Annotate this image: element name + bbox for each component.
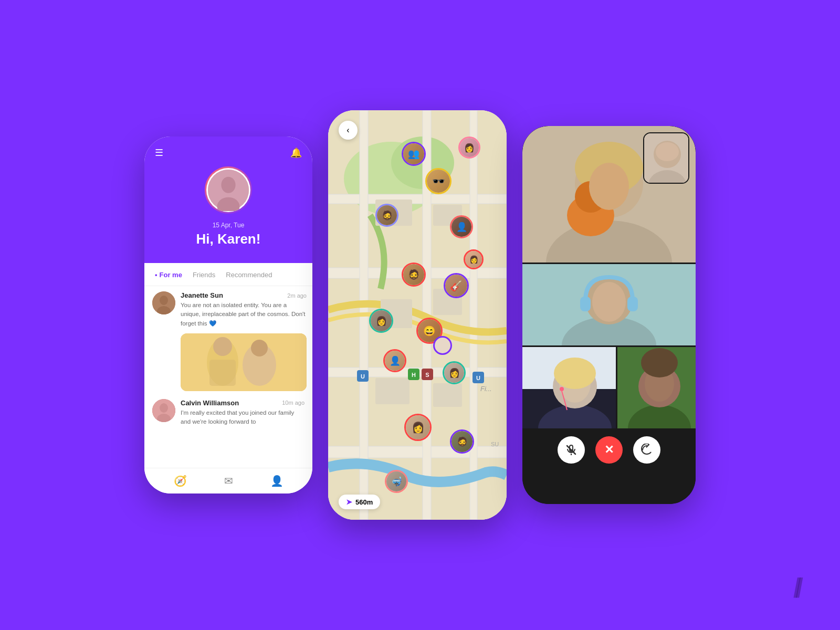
phone-3-video: ✕	[522, 126, 696, 504]
flip-camera-button[interactable]	[633, 436, 660, 464]
video-main-cell	[522, 126, 696, 262]
distance-arrow-icon: ➤	[346, 498, 352, 506]
phones-container: ☰ 🔔 15 Apr, Tue Hi, Karen! For	[123, 89, 717, 541]
map-pin-9[interactable]: 👩	[369, 309, 393, 333]
svg-rect-29	[375, 378, 410, 404]
map-pin-4[interactable]: 🧔	[375, 204, 398, 227]
feed-time-calvin: 10m ago	[282, 400, 304, 406]
feed-name-row-2: Calvin Williamson 10m ago	[181, 399, 304, 407]
nav-explore-icon[interactable]: 🧭	[174, 475, 187, 487]
feed-name-jeanette: Jeanette Sun	[181, 291, 223, 299]
svg-text:U: U	[476, 375, 480, 381]
phone-1-social: ☰ 🔔 15 Apr, Tue Hi, Karen! For	[144, 136, 312, 494]
video-cell-3a	[522, 347, 616, 428]
map-pin-16[interactable]: 🤿	[385, 470, 408, 493]
bottom-nav: 🧭 ✉ 👤	[144, 468, 312, 494]
svg-rect-55	[580, 297, 591, 311]
end-call-icon: ✕	[604, 443, 614, 457]
hamburger-icon[interactable]: ☰	[155, 147, 163, 159]
video-row3	[522, 347, 696, 428]
svg-rect-11	[209, 360, 236, 386]
map-pin-13[interactable]: 👩	[443, 361, 466, 384]
svg-text:H: H	[412, 372, 416, 378]
user-avatar[interactable]	[208, 170, 249, 211]
feed-info-jeanette: Jeanette Sun 2m ago You are not an isola…	[181, 291, 307, 391]
map-pin-6[interactable]: 👩	[464, 249, 484, 269]
feed-text-jeanette: You are not an isolated entity. You are …	[181, 301, 307, 328]
call-controls: ✕	[522, 428, 696, 471]
svg-point-8	[213, 337, 232, 356]
map-pin-1[interactable]: 👥	[402, 142, 426, 166]
nav-profile-icon[interactable]: 👤	[270, 475, 284, 487]
svg-point-57	[592, 282, 626, 322]
svg-rect-24	[470, 110, 477, 520]
tab-recommended[interactable]: Recommended	[226, 271, 272, 283]
svg-text:U: U	[361, 373, 365, 380]
svg-text:S: S	[425, 372, 429, 378]
svg-rect-56	[627, 297, 638, 311]
feed-avatar-calvin[interactable]	[152, 399, 175, 422]
greeting-text: Hi, Karen!	[155, 231, 302, 247]
svg-text:Fi...: Fi...	[480, 385, 492, 393]
map-pin-15[interactable]: 🧔	[450, 429, 474, 454]
svg-point-4	[160, 296, 168, 305]
map-pin-3[interactable]: 🕶️	[425, 168, 452, 194]
end-call-button[interactable]: ✕	[595, 436, 623, 464]
svg-text:SU: SU	[491, 441, 499, 447]
tab-bar: For me Friends Recommended	[144, 263, 312, 286]
phone1-header: ☰ 🔔 15 Apr, Tue Hi, Karen!	[144, 136, 312, 263]
bell-icon[interactable]: 🔔	[290, 147, 302, 159]
svg-rect-30	[433, 383, 462, 407]
feed-name-calvin: Calvin Williamson	[181, 399, 239, 407]
map-pin-2[interactable]: 👩	[458, 136, 480, 159]
tab-friends[interactable]: Friends	[193, 271, 215, 283]
svg-point-10	[251, 340, 268, 356]
video-small-overlay	[643, 132, 689, 184]
map-pin-14[interactable]: 👩	[404, 414, 432, 441]
video-cell-3b	[617, 347, 696, 428]
map-pin-5[interactable]: 👤	[450, 215, 473, 238]
video-call-container: ✕	[522, 126, 696, 504]
tab-for-me[interactable]: For me	[155, 271, 182, 283]
feed-text-calvin: I'm really excited that you joined our f…	[181, 408, 304, 427]
feed-content: Jeanette Sun 2m ago You are not an isola…	[144, 286, 312, 439]
svg-rect-18	[328, 194, 507, 204]
brand-slash: //	[793, 572, 798, 604]
feed-avatar-jeanette[interactable]	[152, 291, 175, 314]
feed-item-2: Calvin Williamson 10m ago I'm really exc…	[152, 399, 304, 427]
svg-point-13	[160, 403, 168, 413]
svg-point-47	[589, 163, 629, 210]
svg-rect-21	[328, 446, 507, 458]
map-pin-8[interactable]: 🎸	[444, 273, 469, 298]
svg-point-64	[554, 358, 596, 389]
phone1-topbar: ☰ 🔔	[155, 147, 302, 159]
svg-point-69	[641, 348, 678, 377]
phone-2-map: U U H S Fi... SU ‹ 👥 👩	[328, 110, 507, 520]
feed-time-jeanette: 2m ago	[287, 292, 307, 299]
feed-info-calvin: Calvin Williamson 10m ago I'm really exc…	[181, 399, 304, 427]
map-back-button[interactable]: ‹	[339, 121, 358, 140]
distance-value: 560m	[355, 498, 373, 506]
date-label: 15 Apr, Tue	[155, 222, 302, 229]
user-avatar-inner	[206, 168, 250, 212]
svg-point-51	[656, 142, 679, 161]
map-pin-7[interactable]: 🧔	[402, 262, 426, 287]
feed-item-1: Jeanette Sun 2m ago You are not an isola…	[152, 291, 304, 391]
svg-point-63	[560, 387, 564, 391]
map-pin-12[interactable]: 👤	[383, 349, 406, 372]
svg-point-1	[221, 177, 235, 193]
user-avatar-ring	[205, 166, 252, 214]
map-svg: U U H S Fi... SU	[328, 110, 507, 520]
feed-name-row-1: Jeanette Sun 2m ago	[181, 291, 307, 299]
feed-image-jeanette	[181, 333, 307, 391]
video-row2	[522, 264, 696, 345]
map-container: U U H S Fi... SU ‹ 👥 👩	[328, 110, 507, 520]
mute-button[interactable]	[558, 436, 585, 464]
nav-mail-icon[interactable]: ✉	[224, 475, 233, 487]
map-distance-badge: ➤ 560m	[339, 495, 380, 509]
map-pin-11[interactable]	[433, 336, 452, 355]
